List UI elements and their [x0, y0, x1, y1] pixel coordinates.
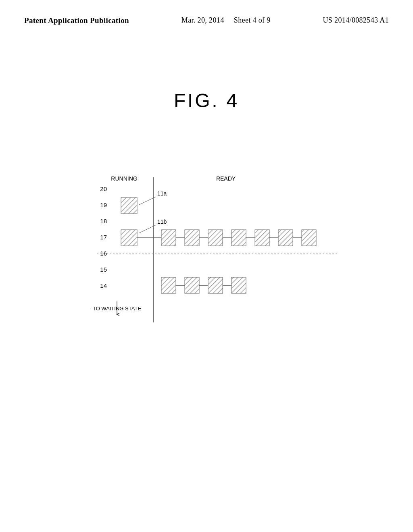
- label-16: 16: [100, 250, 107, 257]
- diagram: 20 19 18 17 16 15 14 RUNNING READY TO WA…: [73, 173, 347, 347]
- ready-box-17-7: [302, 230, 316, 246]
- ready-box-17-3: [208, 230, 223, 246]
- running-label: RUNNING: [111, 175, 137, 182]
- ready-box-14-2: [185, 277, 199, 293]
- patent-number: US 2014/0082543 A1: [323, 16, 389, 25]
- ready-box-17-6: [278, 230, 293, 246]
- publication-type: Patent Application Publication: [24, 16, 129, 25]
- label-15: 15: [100, 266, 107, 273]
- ready-box-17-1: [161, 230, 176, 246]
- ready-box-17-2: [185, 230, 199, 246]
- label-17: 17: [100, 234, 107, 241]
- ready-box-17-5: [255, 230, 269, 246]
- date-sheet: Mar. 20, 2014 Sheet 4 of 9: [181, 16, 271, 25]
- ready-label: READY: [216, 175, 236, 182]
- ref-11a-label: 11a: [157, 190, 167, 197]
- label-14: 14: [100, 282, 107, 289]
- label-18: 18: [100, 218, 107, 224]
- ready-box-17-4: [232, 230, 246, 246]
- page-header: Patent Application Publication Mar. 20, …: [0, 0, 413, 25]
- ready-box-14-4: [232, 277, 246, 293]
- figure-title: FIG. 4: [0, 89, 413, 112]
- running-box-19: [121, 197, 137, 214]
- ref-11b-label: 11b: [157, 218, 167, 225]
- date: Mar. 20, 2014: [181, 16, 224, 24]
- ready-box-14-1: [161, 277, 176, 293]
- label-20: 20: [100, 185, 107, 192]
- sheet: Sheet 4 of 9: [234, 16, 271, 24]
- ready-box-14-3: [208, 277, 223, 293]
- diagram-svg: 20 19 18 17 16 15 14 RUNNING READY TO WA…: [73, 173, 347, 347]
- label-19: 19: [100, 202, 107, 208]
- running-box-17: [121, 230, 137, 246]
